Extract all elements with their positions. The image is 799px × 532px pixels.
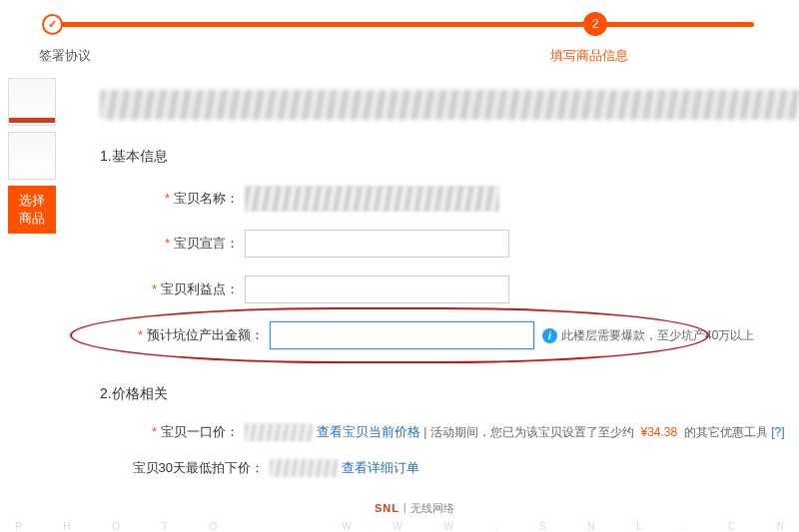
- label-slogan: *宝贝宣言：: [100, 235, 245, 253]
- link-view-current-price[interactable]: 查看宝贝当前价格: [317, 423, 420, 441]
- select-product-button[interactable]: 选择 商品: [8, 186, 56, 234]
- label-fixed-price: *宝贝一口价：: [100, 423, 245, 441]
- redacted-header: [100, 90, 799, 120]
- input-gmv[interactable]: [270, 321, 534, 349]
- help-link[interactable]: [?]: [771, 425, 784, 439]
- link-view-detail-order[interactable]: 查看详细订单: [342, 459, 419, 477]
- label-gmv: *预计坑位产出金额：: [100, 326, 270, 344]
- row-slogan: *宝贝宣言：: [100, 230, 799, 258]
- section-price-title: 2.价格相关: [100, 385, 799, 403]
- label-benefit: *宝贝利益点：: [100, 280, 245, 298]
- step-1-node-done: [42, 14, 63, 35]
- product-thumb-2[interactable]: [8, 132, 56, 180]
- info-icon[interactable]: i: [542, 328, 557, 343]
- label-lowest-30d: 宝贝30天最低拍下价：: [100, 459, 270, 477]
- value-lowest-30d-redacted: [270, 459, 338, 477]
- form-content: 1.基本信息 *宝贝名称： *宝贝宣言： *宝贝利益点： *预计坑位产出金额： …: [100, 78, 799, 495]
- input-slogan[interactable]: [245, 230, 509, 258]
- gmv-hint: 此楼层需要爆款，至少坑产40万以上: [561, 327, 754, 344]
- value-fixed-price-redacted: [245, 423, 313, 441]
- row-fixed-price: *宝贝一口价： 查看宝贝当前价格 | 活动期间，您已为该宝贝设置了至少约 ¥34…: [100, 423, 799, 441]
- left-rail: 选择 商品: [8, 78, 60, 234]
- watermark-letters: PHOTO WWW.SNL.CN: [0, 521, 799, 532]
- input-benefit[interactable]: [245, 275, 509, 303]
- product-thumb-1[interactable]: [8, 78, 56, 126]
- step-2-node-active: 2: [583, 12, 607, 36]
- step-2-label: 填写商品信息: [550, 47, 628, 65]
- section-basic-title: 1.基本信息: [100, 148, 799, 166]
- input-name-redacted[interactable]: [245, 186, 499, 212]
- watermark-logo: SNL丨无线网络: [375, 501, 454, 516]
- row-lowest-30d: 宝贝30天最低拍下价： 查看详细订单: [100, 459, 799, 477]
- row-name: *宝贝名称：: [100, 186, 799, 212]
- progress-track: [45, 22, 754, 27]
- fixed-hint: | 活动期间，您已为该宝贝设置了至少约 ¥34.38 的其它优惠工具 [?]: [420, 424, 785, 441]
- price-amount: ¥34.38: [640, 425, 677, 439]
- label-name: *宝贝名称：: [100, 190, 245, 208]
- step-1-label: 签署协议: [39, 47, 91, 65]
- row-gmv: *预计坑位产出金额： i 此楼层需要爆款，至少坑产40万以上: [100, 321, 799, 349]
- row-benefit: *宝贝利益点：: [100, 275, 799, 303]
- progress-bar: 2: [45, 14, 754, 44]
